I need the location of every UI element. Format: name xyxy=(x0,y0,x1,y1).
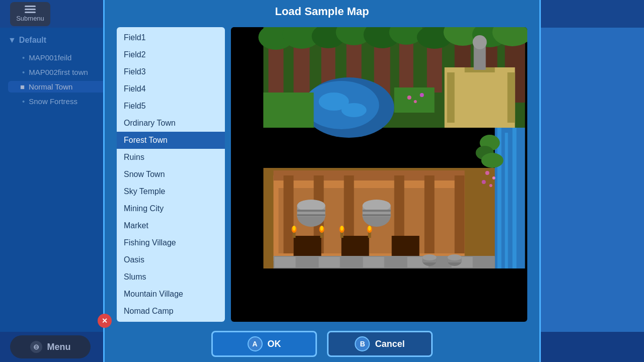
ok-label: OK xyxy=(268,339,281,349)
map-preview-panel xyxy=(231,27,527,322)
svg-point-80 xyxy=(493,176,496,179)
svg-rect-41 xyxy=(284,175,294,253)
map-list-item-slums[interactable]: Slums xyxy=(117,268,225,286)
map-list[interactable]: Field1 Field2 Field3 Field4 Field5 Ordin… xyxy=(117,27,225,322)
svg-point-71 xyxy=(368,226,371,231)
svg-rect-45 xyxy=(425,175,435,253)
map-list-item-miningcity[interactable]: Mining City xyxy=(117,200,225,217)
map-list-item-nomadcamp[interactable]: Nomad Camp xyxy=(117,303,225,320)
svg-point-79 xyxy=(486,171,490,175)
svg-rect-55 xyxy=(363,210,391,212)
map-list-item-ordinarytown[interactable]: Ordinary Town xyxy=(117,115,225,132)
close-icon[interactable]: ✕ xyxy=(98,314,112,328)
svg-point-30 xyxy=(420,93,424,97)
cancel-badge: B xyxy=(355,336,370,351)
modal-overlay: Load Sample Map Field1 Field2 Field3 Fie… xyxy=(0,0,644,362)
modal-footer: ✕ A OK B Cancel xyxy=(117,331,527,357)
map-list-item-field5[interactable]: Field5 xyxy=(117,98,225,115)
map-list-item-skytemple[interactable]: Sky Temple xyxy=(117,183,225,200)
map-list-item-oasis[interactable]: Oasis xyxy=(117,251,225,268)
svg-point-99 xyxy=(448,254,462,260)
svg-rect-84 xyxy=(275,257,296,267)
svg-rect-35 xyxy=(447,72,455,123)
modal-title: Load Sample Map xyxy=(117,5,527,18)
map-list-item-field4[interactable]: Field4 xyxy=(117,80,225,98)
svg-rect-56 xyxy=(363,214,391,216)
map-list-item-field3[interactable]: Field3 xyxy=(117,63,225,80)
svg-rect-73 xyxy=(498,128,502,268)
map-list-item-field1[interactable]: Field1 xyxy=(117,29,225,46)
svg-rect-39 xyxy=(274,170,465,180)
svg-rect-89 xyxy=(385,257,407,267)
svg-rect-87 xyxy=(341,257,362,267)
ok-badge: A xyxy=(248,336,263,351)
svg-point-65 xyxy=(320,226,324,231)
svg-rect-31 xyxy=(445,67,515,128)
svg-point-78 xyxy=(481,153,504,168)
svg-rect-85 xyxy=(297,257,318,267)
svg-rect-36 xyxy=(508,72,515,123)
svg-point-96 xyxy=(423,254,437,260)
load-sample-map-modal: Load Sample Map Field1 Field2 Field3 Fie… xyxy=(103,0,541,362)
svg-point-28 xyxy=(408,96,412,100)
svg-rect-74 xyxy=(505,133,508,268)
svg-point-25 xyxy=(342,103,367,117)
svg-point-29 xyxy=(414,100,417,103)
ok-button[interactable]: A OK xyxy=(211,331,317,357)
cancel-button[interactable]: B Cancel xyxy=(327,331,433,357)
svg-point-62 xyxy=(293,226,296,231)
map-list-item-ruins[interactable]: Ruins xyxy=(117,149,225,166)
svg-rect-75 xyxy=(513,128,517,268)
map-list-item-snowtown[interactable]: Snow Town xyxy=(117,166,225,183)
map-preview-svg xyxy=(231,27,527,268)
svg-point-34 xyxy=(473,35,487,49)
map-list-item-market[interactable]: Market xyxy=(117,217,225,234)
svg-point-82 xyxy=(490,184,493,187)
cancel-label: Cancel xyxy=(375,339,405,349)
map-list-item-field2[interactable]: Field2 xyxy=(117,46,225,63)
svg-rect-93 xyxy=(474,257,495,267)
svg-rect-51 xyxy=(297,214,326,216)
svg-rect-27 xyxy=(394,87,435,113)
map-list-item-mountainvillage[interactable]: Mountain Village xyxy=(117,286,225,303)
svg-rect-26 xyxy=(264,93,314,128)
map-list-item-fishingvillage[interactable]: Fishing Village xyxy=(117,234,225,251)
modal-body: Field1 Field2 Field3 Field4 Field5 Ordin… xyxy=(117,27,527,322)
svg-point-81 xyxy=(482,180,486,184)
svg-rect-88 xyxy=(363,257,384,267)
svg-point-68 xyxy=(341,226,344,231)
svg-rect-46 xyxy=(455,175,465,253)
svg-rect-50 xyxy=(297,210,326,212)
svg-rect-86 xyxy=(319,257,340,267)
map-list-panel: Field1 Field2 Field3 Field4 Field5 Ordin… xyxy=(117,27,225,322)
map-list-item-foresttown[interactable]: Forest Town xyxy=(117,132,225,149)
